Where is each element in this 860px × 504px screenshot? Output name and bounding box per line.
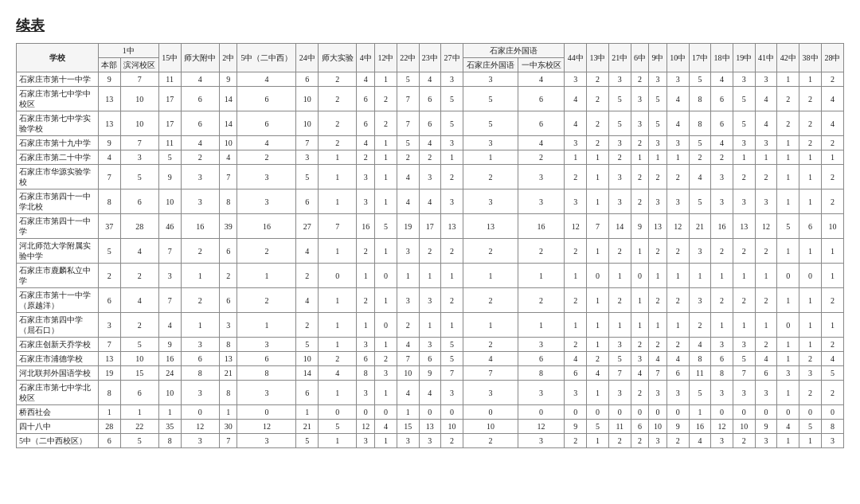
- data-cell: 1: [375, 381, 397, 405]
- data-cell: 1: [689, 405, 711, 420]
- data-cell: 5: [649, 87, 667, 111]
- data-cell: 2: [120, 264, 158, 288]
- data-cell: 4: [397, 381, 419, 405]
- table-row: 石家庄市第四十一中学北校8610383613144333313233533311…: [17, 189, 844, 214]
- data-cell: 1: [319, 381, 357, 405]
- data-cell: 5: [120, 434, 158, 448]
- data-cell: 5: [733, 111, 755, 136]
- data-cell: 8: [219, 189, 237, 214]
- data-cell: 5: [98, 239, 120, 264]
- data-cell: 2: [689, 150, 711, 165]
- data-cell: 19: [397, 214, 419, 239]
- header-41z: 41中: [755, 44, 777, 72]
- data-cell: 5: [689, 189, 711, 214]
- data-cell: 2: [587, 72, 609, 87]
- data-cell: 7: [397, 352, 419, 366]
- data-cell: 6: [219, 239, 237, 264]
- data-cell: 4: [463, 352, 518, 366]
- data-cell: 13: [649, 214, 667, 239]
- data-cell: 6: [181, 111, 219, 136]
- data-cell: 6: [357, 111, 375, 136]
- data-cell: 2: [565, 434, 587, 448]
- data-cell: 5: [319, 420, 357, 434]
- data-cell: 6: [120, 381, 158, 405]
- data-cell: 4: [587, 366, 609, 381]
- data-cell: 3: [631, 87, 649, 111]
- data-cell: 12: [755, 214, 777, 239]
- data-cell: 3: [441, 72, 463, 87]
- data-cell: 12: [666, 214, 689, 239]
- data-cell: 1: [419, 264, 441, 288]
- data-cell: 0: [518, 405, 565, 420]
- data-cell: 4: [120, 239, 158, 264]
- data-cell: 16: [237, 214, 296, 239]
- header-6z: 6中: [631, 44, 649, 72]
- data-cell: 0: [375, 264, 397, 288]
- data-cell: 1: [799, 72, 822, 87]
- data-cell: 10: [649, 420, 667, 434]
- data-cell: 2: [631, 381, 649, 405]
- header-4z: 4中: [357, 44, 375, 72]
- data-cell: 3: [755, 136, 777, 150]
- table-row: 石家庄市第十九中学971141047241543343232335433122: [17, 136, 844, 150]
- data-cell: 1: [375, 288, 397, 313]
- data-cell: 1: [587, 189, 609, 214]
- data-cell: 1: [587, 381, 609, 405]
- data-cell: 1: [821, 239, 843, 264]
- data-cell: 17: [158, 87, 181, 111]
- data-cell: 1: [755, 313, 777, 338]
- data-cell: 2: [608, 239, 631, 264]
- data-cell: 0: [463, 405, 518, 420]
- header-17z: 17中: [689, 44, 711, 72]
- data-cell: 3: [777, 366, 799, 381]
- data-cell: 2: [799, 111, 822, 136]
- data-cell: 3: [608, 381, 631, 405]
- data-cell: 5: [821, 366, 843, 381]
- data-cell: 3: [181, 165, 219, 189]
- data-cell: 3: [518, 381, 565, 405]
- header-1z-bb: 本部: [98, 58, 120, 72]
- data-cell: 2: [821, 381, 843, 405]
- data-cell: 7: [296, 136, 319, 150]
- data-cell: 19: [98, 366, 120, 381]
- data-cell: 1: [120, 405, 158, 420]
- data-cell: 0: [357, 405, 375, 420]
- data-cell: 3: [296, 150, 319, 165]
- data-cell: 9: [666, 420, 689, 434]
- header-21z: 21中: [608, 44, 631, 72]
- data-cell: 2: [666, 239, 689, 264]
- data-cell: 1: [319, 239, 357, 264]
- data-cell: 1: [631, 239, 649, 264]
- data-cell: 5: [296, 434, 319, 448]
- data-cell: 1: [441, 313, 463, 338]
- data-cell: 6: [237, 111, 296, 136]
- data-cell: 0: [733, 405, 755, 420]
- data-cell: 9: [98, 72, 120, 87]
- data-cell: 2: [608, 150, 631, 165]
- data-cell: 2: [711, 288, 733, 313]
- data-cell: 2: [649, 338, 667, 352]
- data-cell: 0: [777, 264, 799, 288]
- header-1z-bhxq: 滨河校区: [120, 58, 158, 72]
- data-cell: 2: [181, 288, 219, 313]
- data-cell: 8: [219, 381, 237, 405]
- data-cell: 5: [441, 352, 463, 366]
- data-cell: 10: [158, 381, 181, 405]
- data-cell: 4: [755, 111, 777, 136]
- data-cell: 2: [565, 165, 587, 189]
- header-10z: 10中: [666, 44, 689, 72]
- data-cell: 3: [631, 111, 649, 136]
- table-row: 四十八中282235123012215124151310101295116109…: [17, 420, 844, 434]
- data-cell: 3: [181, 434, 219, 448]
- data-cell: 3: [357, 189, 375, 214]
- data-cell: 1: [799, 288, 822, 313]
- data-cell: 1: [397, 264, 419, 288]
- data-cell: 6: [666, 366, 689, 381]
- data-cell: 2: [397, 150, 419, 165]
- data-cell: 3: [397, 434, 419, 448]
- school-name-cell: 河北师范大学附属实验中学: [17, 239, 99, 264]
- data-cell: 3: [357, 434, 375, 448]
- data-cell: 0: [181, 405, 219, 420]
- data-cell: 6: [518, 352, 565, 366]
- data-cell: 1: [608, 264, 631, 288]
